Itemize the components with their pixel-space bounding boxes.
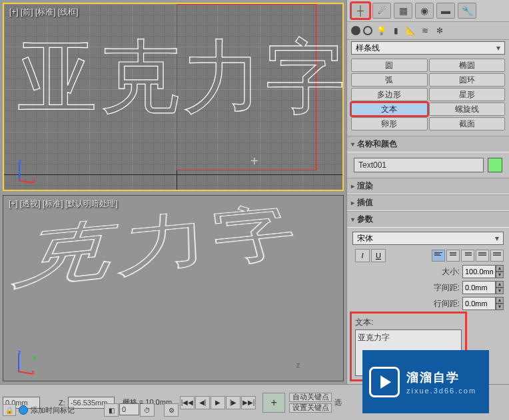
align-right[interactable] [461,250,474,262]
size-label: 大小: [442,266,460,278]
lock-icon[interactable]: 🔒 [3,404,16,416]
underline-toggle[interactable]: U [371,249,386,262]
cameras-icon[interactable]: ▮ [390,25,402,37]
object-color-swatch[interactable] [488,158,502,172]
command-panel: ┼ ☄ ▦ ◉ ▬ 🔧 💡 ▮ 📐 ≋ ✻ 样条线 圆 椭圆 [346,0,509,384]
shape-text[interactable]: 文本 [351,103,428,116]
spin-up-icon[interactable]: ▲ [496,265,504,272]
shape-circle[interactable]: 圆 [351,59,428,72]
shape-ngon[interactable]: 多边形 [351,88,428,101]
spin-down-icon[interactable]: ▼ [496,288,504,294]
object-name-input[interactable] [354,158,484,172]
key-filter-icon[interactable]: ⚙ [164,403,179,417]
auto-key-button[interactable]: 自动关键点 [289,393,332,402]
create-tab[interactable]: ┼ [351,3,370,19]
leading-label: 行间距: [434,298,460,310]
shapes-icon[interactable] [363,26,372,35]
time-config-icon[interactable]: ⏱ [140,403,155,417]
display-tab[interactable]: ▬ [436,3,455,19]
shape-arc[interactable]: 弧 [351,73,428,87]
cursor-icon: + [251,154,258,169]
viewports: [+] [前] [标准] [线框] 亚克力字 + zx [+] [透视] [标准… [0,0,346,384]
viewport-object-text[interactable]: 亚克力字 [17,24,344,132]
spin-up-icon[interactable]: ▲ [496,281,504,288]
axis-gizmo-persp[interactable]: zyx [11,349,38,375]
section-interp[interactable]: 插值 [347,194,509,211]
font-dropdown[interactable]: 宋体 [352,232,504,245]
viewport-label-front[interactable]: [+] [前] [标准] [线框] [9,7,79,18]
size-spinner[interactable]: ▲▼ [462,265,504,278]
frame-input[interactable] [119,403,139,415]
shape-section[interactable]: 截面 [429,117,506,130]
font-value: 宋体 [357,233,373,244]
shape-egg[interactable]: 卵形 [351,117,428,130]
axis-x [4,174,342,175]
kerning-spinner[interactable]: ▲▼ [462,281,504,294]
leading-input[interactable] [462,297,496,310]
kerning-input[interactable] [462,281,496,294]
align-justify[interactable] [476,250,489,262]
axis-gizmo[interactable]: zx [12,158,39,184]
watermark-url: zixue.3d66.com [406,387,476,395]
play-logo-icon [369,367,400,397]
shape-ellipse[interactable]: 椭圆 [429,59,506,72]
shape-category-dropdown[interactable]: 样条线 [351,41,505,55]
viewport-label-perspective[interactable]: [+] [透视] [标准] [默认明暗处理] [9,198,118,210]
leading-spinner[interactable]: ▲▼ [462,297,504,310]
align-left[interactable] [432,250,445,262]
watermark: 溜溜自学 zixue.3d66.com [362,350,489,413]
viewport-perspective[interactable]: [+] [透视] [标准] [默认明暗处理] 克力字 zyx z [3,195,344,382]
time-tag-icon[interactable] [19,405,28,415]
utilities-tab[interactable]: 🔧 [458,3,476,19]
viewport-front[interactable]: [+] [前] [标准] [线框] 亚克力字 + zx [3,3,344,191]
lights-icon[interactable]: 💡 [375,25,387,37]
add-time-tag[interactable]: 添加时间标记 [31,405,75,415]
shape-star[interactable]: 星形 [429,88,506,101]
spin-up-icon[interactable]: ▲ [496,297,504,304]
shape-helix[interactable]: 螺旋线 [429,103,506,116]
italic-toggle[interactable]: I [355,249,370,262]
name-color-body [347,152,509,178]
size-input[interactable] [462,265,496,278]
key-mode-icon[interactable]: ◧ [104,403,119,417]
dropdown-value: 样条线 [356,43,380,54]
shape-buttons: 圆 椭圆 弧 圆环 多边形 星形 文本 螺旋线 卵形 截面 [347,59,509,136]
text-content-label: 文本: [355,317,462,328]
spin-down-icon[interactable]: ▼ [496,272,504,278]
motion-tab[interactable]: ◉ [415,3,434,19]
create-categories: 💡 ▮ 📐 ≋ ✻ [347,22,509,40]
kerning-label: 字间距: [434,282,460,294]
command-panel-tabs: ┼ ☄ ▦ ◉ ▬ 🔧 [347,0,509,22]
axis-label: z [296,361,300,369]
align-center[interactable] [446,250,460,262]
spin-down-icon[interactable]: ▼ [496,304,504,310]
systems-icon[interactable]: ✻ [434,25,446,37]
modify-tab[interactable]: ☄ [372,3,391,19]
geometry-icon[interactable] [351,26,360,35]
section-params[interactable]: 参数 [347,211,509,228]
watermark-title: 溜溜自学 [406,369,476,385]
shape-donut[interactable]: 圆环 [429,73,506,87]
spacewarps-icon[interactable]: ≋ [419,25,431,37]
align-distribute[interactable] [490,250,504,262]
section-name-color[interactable]: 名称和颜色 [347,136,509,152]
hierarchy-tab[interactable]: ▦ [394,3,412,19]
section-render[interactable]: 渲染 [347,178,509,194]
viewport-object-text-persp[interactable]: 克力字 [3,195,318,312]
helpers-icon[interactable]: 📐 [404,25,416,37]
